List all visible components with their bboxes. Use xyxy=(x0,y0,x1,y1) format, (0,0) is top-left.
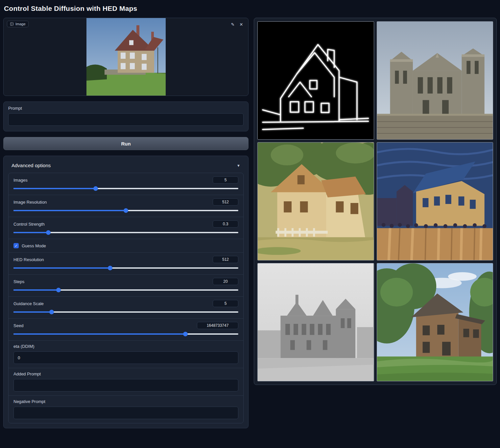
result-gallery xyxy=(254,18,497,385)
images-label: Images xyxy=(13,178,28,183)
hed-resolution-slider[interactable] xyxy=(13,266,238,270)
prompt-block: Prompt xyxy=(3,101,249,131)
guidance-scale-slider[interactable] xyxy=(13,310,238,314)
advanced-options-header[interactable]: Advanced options ▼ xyxy=(8,161,244,173)
slider-fill xyxy=(13,210,126,211)
gallery-item-country-house[interactable] xyxy=(377,263,493,381)
gallery-item-cathedral[interactable] xyxy=(377,21,493,140)
cathedral-image xyxy=(377,22,493,139)
steps-label: Steps xyxy=(13,279,24,284)
guidance-scale-value[interactable]: 5 xyxy=(213,300,238,307)
control-strength-slider[interactable] xyxy=(13,230,238,235)
negative-prompt-input[interactable] xyxy=(13,407,238,419)
images-slider[interactable] xyxy=(13,186,238,191)
slider-thumb[interactable] xyxy=(56,288,61,292)
advanced-options-title: Advanced options xyxy=(12,163,51,168)
hed-resolution-value[interactable]: 512 xyxy=(213,256,238,263)
seed-value[interactable]: 1648733747 xyxy=(197,322,238,329)
gallery-item-stylized-painting[interactable] xyxy=(377,142,493,260)
eta-control: eta (DDIM) xyxy=(9,340,243,368)
controls-column: Image ✎ ✕ xyxy=(3,18,249,428)
added-prompt-label: Added Prompt xyxy=(13,371,238,376)
slider-thumb[interactable] xyxy=(93,186,98,191)
clear-image-button[interactable]: ✕ xyxy=(238,21,245,28)
slider-thumb[interactable] xyxy=(108,266,112,270)
image-actions: ✎ ✕ xyxy=(229,21,245,28)
prompt-label: Prompt xyxy=(8,106,244,111)
hed-resolution-control: HED Resolution 512 xyxy=(9,252,243,274)
slider-fill xyxy=(13,289,59,291)
image-label: Image xyxy=(15,22,26,26)
images-value[interactable]: 5 xyxy=(213,176,238,184)
eta-label: eta (DDIM) xyxy=(13,344,238,349)
app: Control Stable Diffusion with HED Maps I… xyxy=(0,0,500,432)
eta-input[interactable] xyxy=(13,351,238,364)
slider-fill xyxy=(13,267,110,269)
guess-mode-label: Guess Mode xyxy=(22,243,46,248)
negative-prompt-label: Negative Prompt xyxy=(13,399,238,404)
uploaded-house-photo xyxy=(86,18,166,96)
image-resolution-control: Image Resolution 512 xyxy=(9,195,243,217)
images-control: Images 5 xyxy=(9,173,243,195)
image-input[interactable]: Image ✎ ✕ xyxy=(3,18,249,96)
control-strength-value[interactable]: 0.3 xyxy=(213,220,238,228)
guess-mode-control[interactable]: ✓ Guess Mode xyxy=(9,239,243,252)
slider-fill xyxy=(13,333,185,335)
country-house-image xyxy=(377,263,493,381)
slider-thumb[interactable] xyxy=(183,332,188,336)
chevron-down-icon: ▼ xyxy=(237,164,240,168)
control-strength-label: Control Strength xyxy=(13,222,45,227)
slider-thumb[interactable] xyxy=(124,208,128,213)
slider-fill xyxy=(13,311,52,313)
advanced-options-form: Images 5 Image Resolution 512 xyxy=(8,173,244,423)
guidance-scale-control: Guidance Scale 5 xyxy=(9,296,243,318)
page-title: Control Stable Diffusion with HED Maps xyxy=(4,5,497,12)
guidance-scale-label: Guidance Scale xyxy=(13,301,44,306)
seed-slider[interactable] xyxy=(13,332,238,336)
main-columns: Image ✎ ✕ xyxy=(3,18,497,428)
gallery-item-painted-cottage[interactable] xyxy=(257,142,374,260)
slider-thumb[interactable] xyxy=(49,310,54,314)
hed-edge-map-image xyxy=(258,22,374,139)
slider-thumb[interactable] xyxy=(46,230,51,235)
seed-control: Seed 1648733747 xyxy=(9,318,243,340)
advanced-options-panel: Advanced options ▼ Images 5 xyxy=(3,156,249,428)
negative-prompt-control: Negative Prompt xyxy=(9,395,243,423)
hed-resolution-label: HED Resolution xyxy=(13,257,44,262)
gallery-item-hed-edge-map[interactable] xyxy=(257,21,374,140)
edit-image-button[interactable]: ✎ xyxy=(229,21,236,28)
image-resolution-slider[interactable] xyxy=(13,208,238,213)
added-prompt-input[interactable] xyxy=(13,379,238,392)
image-icon xyxy=(10,22,14,26)
stylized-painting-image xyxy=(377,143,493,260)
added-prompt-control: Added Prompt xyxy=(9,368,243,395)
grayscale-building-image xyxy=(258,263,374,381)
control-strength-control: Control Strength 0.3 xyxy=(9,217,243,239)
seed-label: Seed xyxy=(13,323,23,328)
slider-fill xyxy=(13,188,96,189)
run-button[interactable]: Run xyxy=(3,137,249,150)
gallery-item-grayscale-building[interactable] xyxy=(257,263,374,381)
steps-slider[interactable] xyxy=(13,288,238,292)
image-resolution-value[interactable]: 512 xyxy=(213,198,238,206)
check-icon: ✓ xyxy=(14,244,17,248)
guess-mode-checkbox[interactable]: ✓ xyxy=(13,243,19,248)
steps-control: Steps 20 xyxy=(9,274,243,296)
slider-fill xyxy=(13,232,48,233)
image-resolution-label: Image Resolution xyxy=(13,200,47,205)
painted-cottage-image xyxy=(258,143,374,260)
image-label-badge: Image xyxy=(7,21,29,27)
steps-value[interactable]: 20 xyxy=(213,278,238,285)
prompt-input[interactable] xyxy=(8,113,244,126)
